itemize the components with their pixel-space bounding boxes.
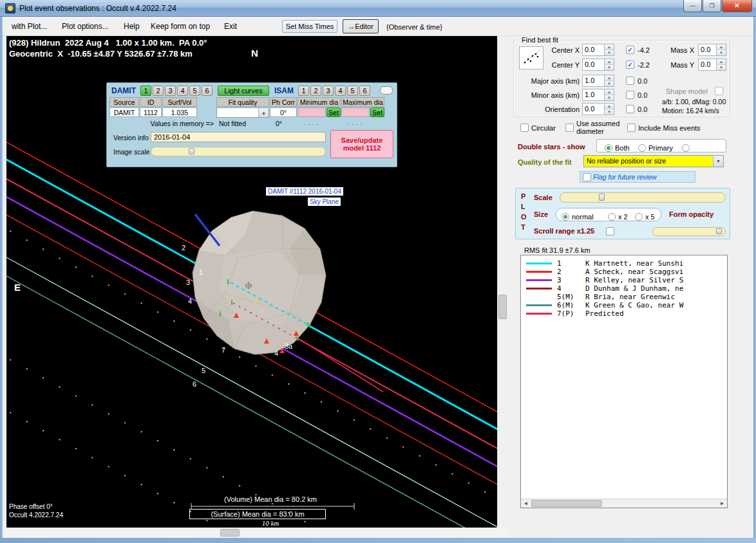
vertical-scrollbar-thumb[interactable]: [498, 295, 507, 319]
isam-button-2[interactable]: 2: [310, 86, 321, 96]
center-y-spinner[interactable]: 0.0 ▲▼: [582, 59, 614, 71]
dropdown-arrow-icon[interactable]: ▼: [258, 108, 269, 117]
list-item[interactable]: 2A Scheck, near Scaggsvi: [521, 268, 727, 276]
center-y-checkbox[interactable]: [626, 60, 634, 69]
min-dia-field[interactable]: [298, 107, 326, 117]
damit-model-button-5[interactable]: 5: [189, 86, 200, 96]
major-axis-spinner[interactable]: 1.0 ▲▼: [582, 75, 614, 87]
chord-label-6: 6: [193, 380, 196, 388]
set-min-dia-button[interactable]: Set: [326, 107, 341, 117]
orientation-spinner[interactable]: 0.0 ▲▼: [582, 103, 614, 115]
horizontal-scrollbar[interactable]: [3, 528, 507, 538]
isam-button-1[interactable]: 1: [298, 86, 309, 96]
set-max-dia-button[interactable]: Set: [370, 107, 384, 117]
orientation-checkbox[interactable]: [626, 105, 634, 113]
quality-of-fit-dropdown[interactable]: No reliable position or size ▼: [583, 155, 724, 167]
close-button[interactable]: ✕: [722, 0, 752, 12]
damit-model-button-4[interactable]: 4: [177, 86, 188, 96]
minor-axis-spinner[interactable]: 1.0 ▲▼: [582, 89, 614, 101]
fit-quality-dropdown[interactable]: ▼: [216, 107, 269, 118]
image-scale-slider-thumb[interactable]: [189, 148, 194, 154]
shape-model-checkbox[interactable]: [715, 87, 723, 95]
vertical-scrollbar[interactable]: [497, 36, 507, 528]
list-item[interactable]: 3R Kelley, near Silver S: [521, 276, 727, 284]
menu-plot-options[interactable]: Plot options...: [62, 22, 109, 31]
scale-slider-thumb[interactable]: [599, 194, 605, 201]
primary-label: Primary: [648, 144, 673, 152]
sky-plane-plot[interactable]: 1 2 3 4 3a 4 7 5 6 (928) Hildrun 2022 Au…: [6, 36, 497, 528]
size-x2-radio[interactable]: [608, 213, 616, 221]
menu-help[interactable]: Help: [124, 22, 140, 31]
panel-collapse-button[interactable]: [380, 86, 393, 95]
center-x-spin-arrows[interactable]: ▲▼: [604, 44, 614, 55]
size-x5[interactable]: x 5: [635, 210, 655, 222]
isam-button-6[interactable]: 6: [359, 86, 370, 96]
editor-button[interactable]: →Editor: [343, 19, 379, 33]
scroll-range-checkbox[interactable]: [606, 227, 614, 235]
secondary-radio[interactable]: [682, 144, 690, 152]
double-stars-both[interactable]: Both: [605, 142, 630, 153]
scale-slider[interactable]: [560, 192, 726, 203]
menu-keep-on-top[interactable]: Keep form on top: [151, 22, 210, 31]
save-update-model-button[interactable]: Save/update model 1112: [330, 130, 393, 158]
center-x-spinner[interactable]: 0.0 ▲▼: [582, 44, 614, 56]
minor-axis-spin-arrows[interactable]: ▲▼: [604, 89, 614, 100]
list-horizontal-scrollbar[interactable]: ◄ ►: [521, 499, 727, 508]
image-scale-slider[interactable]: [151, 147, 326, 156]
damit-model-button-2[interactable]: 2: [153, 86, 164, 96]
max-dia-field[interactable]: [341, 107, 370, 117]
center-x-checkbox[interactable]: [626, 46, 634, 54]
light-curves-button[interactable]: Light curves: [218, 86, 269, 96]
scroll-left-icon[interactable]: ◄: [521, 499, 531, 508]
damit-model-button-6[interactable]: 6: [202, 86, 213, 96]
size-x2[interactable]: x 2: [608, 210, 628, 222]
size-normal[interactable]: normal: [562, 210, 594, 222]
list-item[interactable]: 5(M)R Bria, near Greenwic: [521, 293, 727, 301]
damit-model-button-3[interactable]: 3: [165, 86, 176, 96]
include-miss-checkbox[interactable]: [627, 124, 636, 132]
chord-label-1: 1: [199, 268, 203, 276]
list-item[interactable]: 7(P)Predicted: [521, 309, 727, 318]
set-miss-times-button[interactable]: Set Miss Times: [282, 20, 337, 33]
menu-bar: with Plot... Plot options... Help Keep f…: [3, 17, 753, 36]
menu-exit[interactable]: Exit: [224, 22, 237, 31]
horizontal-scrollbar-thumb[interactable]: [220, 529, 240, 537]
circular-checkbox[interactable]: [520, 124, 529, 132]
list-item[interactable]: 1K Hartnett, near Sunshi: [521, 259, 727, 268]
major-axis-spin-arrows[interactable]: ▲▼: [604, 75, 614, 86]
mass-x-spinner[interactable]: 0.0 ▲▼: [698, 44, 726, 56]
isam-button-3[interactable]: 3: [323, 86, 334, 96]
scroll-range-slider-thumb[interactable]: [716, 228, 722, 234]
dropdown-arrow-icon[interactable]: ▼: [713, 156, 723, 167]
damit-model-button-1[interactable]: 1: [140, 86, 151, 96]
minor-axis-checkbox[interactable]: [626, 91, 634, 99]
maximize-button[interactable]: ❐: [703, 0, 721, 12]
size-x5-radio[interactable]: [635, 213, 643, 221]
minimize-button[interactable]: —: [683, 0, 702, 12]
ph-corr-value[interactable]: 0°: [270, 107, 297, 117]
use-assumed-checkbox[interactable]: [565, 124, 574, 132]
title-bar[interactable]: Plot event observations : Occult v.4.202…: [0, 0, 756, 17]
scroll-right-icon[interactable]: ►: [717, 499, 727, 508]
observations-list[interactable]: 1K Hartnett, near Sunshi 2A Scheck, near…: [520, 255, 728, 508]
double-stars-primary[interactable]: Primary: [638, 142, 673, 153]
orientation-spin-arrows[interactable]: ▲▼: [604, 104, 614, 115]
version-info-field[interactable]: 2016-01-04: [151, 132, 326, 142]
isam-button-4[interactable]: 4: [335, 86, 346, 96]
size-normal-radio[interactable]: [562, 213, 569, 221]
menu-with-plot[interactable]: with Plot...: [12, 22, 47, 31]
window-title: Plot event observations : Occult v.4.202…: [19, 4, 176, 13]
isam-button-5[interactable]: 5: [347, 86, 358, 96]
mass-y-spin-arrows[interactable]: ▲▼: [716, 59, 726, 70]
scroll-range-slider[interactable]: [652, 227, 726, 236]
mass-y-spinner[interactable]: 0.0 ▲▼: [698, 59, 726, 71]
center-y-spin-arrows[interactable]: ▲▼: [604, 59, 614, 70]
list-scrollbar-thumb[interactable]: [531, 500, 602, 507]
list-item[interactable]: 6(M)K Green & C Gao, near W: [521, 301, 727, 309]
major-axis-checkbox[interactable]: [626, 77, 634, 85]
flag-review-checkbox[interactable]: [583, 173, 591, 181]
primary-radio[interactable]: [638, 144, 646, 152]
mass-x-spin-arrows[interactable]: ▲▼: [716, 44, 726, 55]
list-item[interactable]: 4D Dunham & J Dunham, ne: [521, 284, 727, 293]
both-radio[interactable]: [605, 144, 612, 152]
